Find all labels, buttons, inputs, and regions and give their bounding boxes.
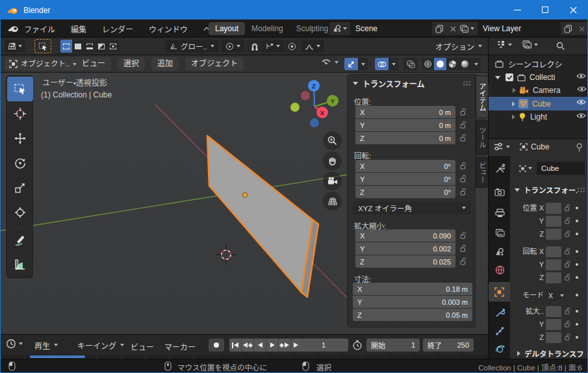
timeline-editor-dropdown[interactable] <box>6 339 23 349</box>
overlays-dropdown[interactable] <box>389 58 398 70</box>
shading-wireframe-button[interactable] <box>422 58 434 70</box>
lock-icon[interactable] <box>459 188 467 196</box>
loc-y-value[interactable] <box>546 216 561 227</box>
rotation-x-field[interactable]: X0° <box>355 160 455 172</box>
tool-rotate[interactable] <box>7 151 33 175</box>
rotation-z-field[interactable]: Z0° <box>355 186 455 198</box>
menu-window[interactable]: ウィンドウ <box>149 23 188 34</box>
falloff-dropdown[interactable] <box>301 40 324 53</box>
lock-icon[interactable] <box>459 244 467 252</box>
tab-render[interactable] <box>492 185 507 199</box>
viewport-menu-select[interactable]: 選択 <box>118 57 145 71</box>
frame-end-field[interactable]: 終了250 <box>423 339 474 352</box>
animate-dot[interactable] <box>576 233 578 235</box>
tool-scale[interactable] <box>7 175 33 200</box>
lock-icon[interactable] <box>564 320 571 328</box>
select-mode-subtract[interactable] <box>84 40 96 53</box>
rotation-mode-dropdown[interactable]: XYZ オイラー角 <box>353 201 471 214</box>
viewport-3d[interactable]: ユーザー・透視投影 (1) Collection | Cube Z Y <box>1 73 489 334</box>
maximize-button[interactable] <box>531 1 559 19</box>
viewport-menu-view[interactable]: ビュー <box>76 57 111 71</box>
object-name-dropdown[interactable] <box>514 162 537 175</box>
playhead-marker[interactable] <box>30 355 85 358</box>
animate-dot[interactable] <box>576 336 578 339</box>
panel-collapse-icon[interactable] <box>353 82 358 85</box>
jump-to-start-button[interactable] <box>229 339 242 352</box>
viewlayer-type-dropdown[interactable] <box>457 22 478 35</box>
delta-transform-panel-header[interactable]: デルタトランスフ <box>517 348 584 359</box>
sidebar-tab-tool[interactable]: ツール <box>476 120 489 155</box>
viewport-menu-add[interactable]: 追加 <box>151 57 179 71</box>
lock-icon[interactable] <box>459 108 467 116</box>
rot-x-value[interactable] <box>546 246 561 257</box>
lock-icon[interactable] <box>459 175 467 183</box>
scene-new-button[interactable] <box>432 22 447 35</box>
tool-transform[interactable] <box>7 200 33 225</box>
next-keyframe-button[interactable] <box>279 339 291 352</box>
animate-dot[interactable] <box>576 207 578 209</box>
workspace-tab-sculpting[interactable]: Sculpting <box>290 22 335 35</box>
dimensions-z-field[interactable]: Z0.05 m <box>353 309 472 321</box>
visibility-dropdown[interactable] <box>322 58 339 66</box>
select-mode-set[interactable] <box>60 40 72 53</box>
current-frame-field[interactable]: 1 <box>299 339 348 352</box>
collection-checkbox[interactable] <box>505 73 513 81</box>
use-preview-range-icon[interactable] <box>352 340 363 350</box>
editor-type-dropdown[interactable] <box>5 40 25 53</box>
pin-icon[interactable] <box>576 143 583 152</box>
animate-dot[interactable] <box>576 263 578 266</box>
scale-z-value[interactable] <box>546 332 561 343</box>
play-button[interactable] <box>266 339 279 352</box>
lock-icon[interactable] <box>459 231 467 239</box>
shading-dropdown[interactable] <box>471 58 481 70</box>
rot-z-value[interactable] <box>546 272 561 283</box>
lock-icon[interactable] <box>564 204 571 211</box>
close-button[interactable] <box>559 1 587 19</box>
dimensions-y-field[interactable]: Y0.003 m <box>353 296 472 308</box>
tool-measure[interactable] <box>7 252 33 277</box>
workspace-tab-modeling[interactable]: Modeling <box>245 22 290 35</box>
hide-eye-icon[interactable] <box>576 73 586 79</box>
panel-drag-handle[interactable] <box>463 81 471 86</box>
rot-y-value[interactable] <box>546 259 561 270</box>
overlays-toggle-button[interactable] <box>375 58 389 70</box>
lock-icon[interactable] <box>564 261 571 268</box>
timeline-menu-marker[interactable]: マーカー <box>164 341 196 352</box>
playback-menu[interactable]: 再生 <box>31 339 62 352</box>
viewlayer-new-button[interactable] <box>561 22 576 35</box>
tab-tool[interactable] <box>492 161 507 175</box>
lock-icon[interactable] <box>564 230 571 237</box>
lock-icon[interactable] <box>564 217 571 224</box>
outliner-search-icon[interactable] <box>556 42 565 51</box>
hide-eye-icon[interactable] <box>576 99 586 105</box>
xray-toggle-button[interactable] <box>403 58 418 70</box>
lock-icon[interactable] <box>564 333 571 341</box>
select-mode-intersect[interactable] <box>107 40 119 53</box>
outliner-row-collection[interactable]: Collecti <box>489 71 587 84</box>
snap-settings-dropdown[interactable] <box>262 40 284 53</box>
animate-dot[interactable] <box>576 294 578 296</box>
options-dropdown[interactable]: オプション <box>431 40 486 53</box>
lock-icon[interactable] <box>459 257 467 265</box>
keying-menu[interactable]: キーイング <box>73 339 128 352</box>
animate-dot[interactable] <box>576 310 578 313</box>
dimensions-x-field[interactable]: X0.18 m <box>353 283 472 295</box>
scene-name-field[interactable]: Scene <box>350 22 432 35</box>
perspective-toggle-button[interactable] <box>323 192 342 211</box>
expand-icon[interactable] <box>495 76 500 79</box>
outliner-row-camera[interactable]: Camera <box>489 84 587 97</box>
hide-eye-icon[interactable] <box>576 112 586 119</box>
frame-start-field[interactable]: 開始1 <box>366 339 420 352</box>
lock-icon[interactable] <box>564 274 571 281</box>
viewlayer-remove-button[interactable] <box>576 22 588 35</box>
lock-icon[interactable] <box>459 162 467 170</box>
object-name-field[interactable]: Cube <box>537 162 585 175</box>
select-mode-extend[interactable] <box>72 40 84 53</box>
active-tool-button[interactable] <box>34 39 51 53</box>
menu-file[interactable]: ファイル <box>24 23 55 34</box>
shading-material-button[interactable] <box>446 58 459 70</box>
tab-physics[interactable] <box>492 342 507 356</box>
gizmo-toggle-button[interactable] <box>344 58 358 70</box>
sidebar-tab-item[interactable]: アイテム <box>476 75 489 118</box>
gizmo-dropdown[interactable] <box>358 58 368 70</box>
